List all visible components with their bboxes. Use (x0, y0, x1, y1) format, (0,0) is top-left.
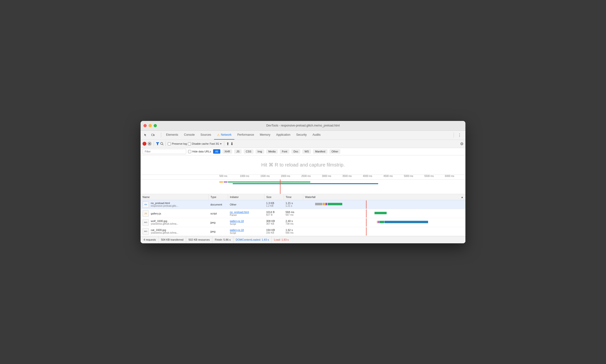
filter-btn-media[interactable]: Media (266, 149, 278, 154)
filter-bar: Hide data URLs All XHR JS CSS Img Media … (141, 148, 465, 155)
filter-input[interactable] (143, 149, 186, 154)
tab-console[interactable]: Console (181, 130, 198, 140)
wf-red-line-4 (366, 227, 367, 235)
cell-initiator-2: no_preload.html Parser (228, 209, 264, 218)
disable-cache-label[interactable]: Disable cache (188, 142, 209, 145)
col-header-type[interactable]: Type (209, 194, 228, 200)
tab-performance[interactable]: Performance (234, 130, 257, 140)
more-tabs-button[interactable]: ⋮ (456, 133, 463, 137)
cell-name-3: IMG wolf_1600.jpg yoavweiss.github.io/im… (141, 218, 209, 227)
cell-waterfall-2 (303, 209, 465, 218)
filter-btn-doc[interactable]: Doc (291, 149, 301, 154)
disable-cache-checkbox[interactable] (188, 142, 191, 145)
ruler-label-4500: 4500 ms (383, 175, 404, 179)
ruler-label-2000: 2000 ms (281, 175, 302, 179)
close-button[interactable] (144, 124, 147, 127)
wf-red-line-3 (366, 218, 367, 227)
cell-waterfall-4 (303, 227, 465, 236)
devtools-panel: Elements Console Sources ⚠ Network Perfo… (141, 131, 465, 243)
initiator-link-2[interactable]: no_preload.html (230, 211, 249, 213)
filter-btn-manifest[interactable]: Manifest (313, 149, 328, 154)
cell-waterfall-1 (303, 200, 465, 209)
wf-bars-3 (377, 221, 428, 223)
filter-btn-js[interactable]: JS (234, 149, 242, 154)
filter-btn-xhr[interactable]: XHR (222, 149, 232, 154)
filter-btn-css[interactable]: CSS (244, 149, 253, 154)
cell-initiator-3: gallery.js:18 Script (228, 218, 264, 227)
preserve-log-label[interactable]: Preserve log (168, 142, 187, 145)
filename-3: wolf_1600.jpg (151, 220, 178, 222)
tab-memory[interactable]: Memory (257, 130, 273, 140)
wf-bar-gray (315, 203, 322, 205)
wf-bar-g (379, 221, 384, 223)
img-file-icon-4: IMG (143, 228, 149, 234)
status-bar: 4 requests 504 KB transferred 502 KB res… (141, 236, 465, 243)
col-header-size[interactable]: Size (264, 194, 284, 200)
cell-name-4: IMG cat_1600.jpg yoavweiss.github.io/ima… (141, 227, 209, 236)
table-row[interactable]: <> no_preload.html responsive-preload.gl… (141, 200, 465, 209)
svg-rect-1 (154, 134, 154, 136)
tab-divider-1 (161, 132, 161, 137)
cell-time-2: 568 ms 567 ms (284, 209, 303, 218)
hide-data-urls-label[interactable]: Hide data URLs (188, 150, 211, 153)
col-header-time[interactable]: Time (284, 194, 303, 200)
col-header-initiator[interactable]: Initiator (228, 194, 264, 200)
tab-bar: Elements Console Sources ⚠ Network Perfo… (141, 131, 465, 140)
tab-elements[interactable]: Elements (163, 130, 181, 140)
col-header-name[interactable]: Name (141, 194, 209, 200)
device-toggle-icon[interactable] (150, 132, 156, 138)
tab-audits[interactable]: Audits (310, 130, 323, 140)
tab-network[interactable]: ⚠ Network (214, 130, 234, 140)
cursor-icon[interactable] (143, 132, 149, 138)
maximize-button[interactable] (154, 124, 157, 127)
tab-security[interactable]: Security (293, 130, 310, 140)
timeline-bar-green2 (233, 182, 310, 182)
hide-data-checkbox[interactable] (188, 150, 191, 153)
preserve-log-checkbox[interactable] (168, 142, 171, 145)
export-button[interactable]: ⬇ (230, 142, 233, 146)
wf-bar-p (378, 221, 379, 223)
import-button[interactable]: ⬆ (226, 142, 229, 146)
cell-time-3: 2.40 s 738 ms (284, 218, 303, 227)
network-table-wrapper: Name Type Initiator Size Time Waterfall … (141, 194, 465, 236)
tab-application[interactable]: Application (273, 130, 293, 140)
throttle-arrow-icon: ▼ (220, 143, 222, 145)
toolbar-divider-2 (166, 141, 166, 146)
network-table: Name Type Initiator Size Time Waterfall … (141, 194, 465, 236)
filter-btn-other[interactable]: Other (329, 149, 341, 154)
status-requests: 4 requests (144, 236, 158, 243)
tab-sources[interactable]: Sources (198, 130, 214, 140)
clear-button[interactable] (147, 142, 152, 146)
col-header-waterfall[interactable]: Waterfall ▲ (303, 194, 465, 200)
table-row[interactable]: IMG cat_1600.jpg yoavweiss.github.io/ima… (141, 227, 465, 236)
wf-bar-green (328, 203, 342, 205)
img-file-icon-3: IMG (143, 219, 149, 226)
wf-bars-2 (374, 212, 387, 214)
status-resources: 502 KB resources (186, 236, 212, 243)
wf-red-line-1 (366, 200, 367, 209)
cell-time-1: 1.21 s 1.21 s (284, 200, 303, 209)
filter-btn-font[interactable]: Font (280, 149, 290, 154)
filter-btn-img[interactable]: Img (255, 149, 264, 154)
search-icon[interactable] (160, 142, 164, 145)
minimize-button[interactable] (149, 124, 152, 127)
initiator-link-3[interactable]: gallery.js:18 (230, 220, 244, 222)
sort-arrow-icon: ▲ (461, 195, 463, 198)
ruler-label-3000: 3000 ms (322, 175, 343, 179)
table-row[interactable]: IMG wolf_1600.jpg yoavweiss.github.io/im… (141, 218, 465, 227)
cell-name-1: <> no_preload.html responsive-preload.gl… (141, 200, 209, 209)
initiator-link-4[interactable]: gallery.js:18 (230, 229, 244, 232)
toolbar-divider-1 (154, 141, 154, 146)
ruler-label-6000: 6000 ms (445, 175, 465, 179)
settings-icon[interactable]: ⚙ (460, 142, 463, 146)
tab-divider-2 (454, 132, 454, 137)
filter-icon[interactable] (156, 142, 159, 145)
cell-initiator-4: gallery.js:18 Script (228, 227, 264, 236)
table-row[interactable]: JS gallery.js script no_preload.html (141, 209, 465, 218)
throttle-dropdown[interactable]: Fast 3G ▼ (210, 142, 222, 145)
traffic-lights (144, 124, 157, 127)
filter-btn-all[interactable]: All (213, 149, 220, 154)
record-button[interactable] (143, 142, 146, 146)
cell-size-2: 1014 B 827 B (264, 209, 284, 218)
filter-btn-ws[interactable]: WS (302, 149, 311, 154)
